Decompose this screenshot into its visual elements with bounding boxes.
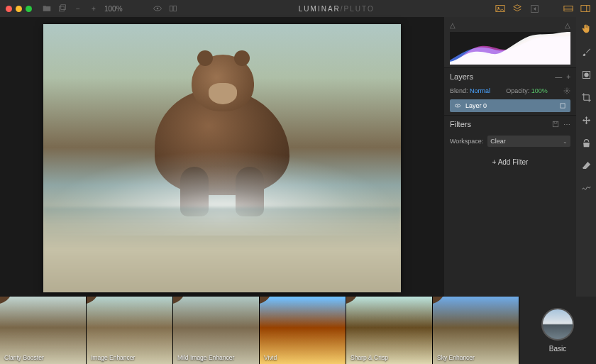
layer-name: Layer 0 bbox=[465, 102, 487, 109]
workspace-label: Workspace: bbox=[450, 138, 483, 145]
workspace-select[interactable]: Clear ⌄ bbox=[487, 136, 570, 147]
preset-category-selector[interactable]: Basic bbox=[519, 297, 596, 364]
blend-label: Blend: bbox=[450, 87, 468, 94]
app-title-sub: /PLUTO bbox=[341, 5, 375, 13]
sidepanel-toggle-icon[interactable] bbox=[580, 4, 590, 13]
compare-icon[interactable] bbox=[168, 4, 178, 13]
close-window-button[interactable] bbox=[6, 6, 12, 12]
crop-tool-icon[interactable] bbox=[580, 91, 592, 104]
main-body: △ △ Layers bbox=[0, 17, 596, 297]
histogram-clip-highlights[interactable]: △ bbox=[565, 21, 570, 29]
opacity-value[interactable]: 100% bbox=[531, 87, 548, 94]
opacity-label: Opacity: bbox=[506, 87, 529, 94]
blend-value[interactable]: Normal bbox=[470, 87, 490, 94]
preset-thumb-1[interactable]: Image Enhancer bbox=[87, 297, 173, 364]
workspace-value: Clear bbox=[490, 138, 506, 145]
zoom-in-icon[interactable]: + bbox=[89, 4, 99, 13]
filmstrip-toggle-icon[interactable] bbox=[563, 4, 573, 13]
mask-tool-icon[interactable] bbox=[580, 68, 592, 81]
preset-label: Vivid bbox=[264, 354, 277, 361]
svg-point-3 bbox=[156, 8, 158, 10]
add-filter-button[interactable]: Add Filter bbox=[450, 155, 570, 169]
layers-collapse-icon[interactable]: — bbox=[555, 73, 562, 81]
preset-thumb-0[interactable]: Clarity Booster bbox=[0, 297, 87, 364]
top-toolbar: − + 100% LUMINAR/PLUTO bbox=[0, 0, 596, 17]
svg-point-15 bbox=[457, 105, 458, 106]
svg-rect-16 bbox=[561, 104, 565, 108]
preset-thumb-4[interactable]: Sharp & Crisp bbox=[346, 297, 433, 364]
filters-title: Filters bbox=[450, 120, 471, 128]
layers-tab-icon[interactable] bbox=[512, 4, 522, 13]
preset-label: Sky Enhancer bbox=[437, 354, 475, 361]
app-title: LUMINAR/PLUTO bbox=[184, 5, 490, 13]
preset-label: Mild Image Enhancer bbox=[177, 354, 234, 361]
histogram-clip-shadows[interactable]: △ bbox=[450, 21, 456, 29]
layer-item-0[interactable]: Layer 0 bbox=[450, 99, 570, 112]
preset-label: Sharp & Crisp bbox=[351, 354, 388, 361]
histogram-graph[interactable] bbox=[450, 32, 570, 65]
svg-rect-4 bbox=[170, 6, 172, 11]
layer-visibility-icon[interactable] bbox=[454, 102, 461, 109]
svg-rect-1 bbox=[61, 5, 66, 10]
duplicate-icon[interactable] bbox=[57, 4, 67, 13]
clone-tool-icon[interactable] bbox=[580, 136, 592, 149]
preset-thumb-3[interactable]: Vivid bbox=[260, 297, 346, 364]
side-panel: △ △ Layers bbox=[444, 17, 576, 297]
minimize-window-button[interactable] bbox=[16, 6, 22, 12]
zoom-out-icon[interactable]: − bbox=[73, 4, 83, 13]
tool-strip bbox=[576, 17, 596, 297]
canvas-area[interactable] bbox=[0, 17, 444, 297]
brush-tool-icon[interactable] bbox=[580, 45, 592, 58]
image-canvas[interactable] bbox=[43, 24, 401, 292]
maximize-window-button[interactable] bbox=[26, 6, 32, 12]
image-tab-icon[interactable] bbox=[495, 4, 505, 13]
denoise-tool-icon[interactable] bbox=[580, 182, 592, 194]
layers-panel: Layers — + Blend: Normal Opacity: 100% bbox=[444, 67, 576, 115]
layer-settings-icon[interactable] bbox=[563, 87, 570, 94]
app-window: − + 100% LUMINAR/PLUTO bbox=[0, 0, 596, 364]
right-column: △ △ Layers bbox=[444, 17, 596, 297]
window-controls bbox=[6, 6, 32, 12]
app-title-main: LUMINAR bbox=[299, 5, 341, 13]
svg-rect-17 bbox=[553, 121, 558, 127]
svg-rect-0 bbox=[60, 6, 65, 11]
open-file-icon[interactable] bbox=[42, 4, 52, 13]
svg-point-19 bbox=[584, 72, 588, 77]
zoom-level[interactable]: 100% bbox=[104, 5, 123, 13]
layer-expand-icon[interactable] bbox=[559, 102, 566, 109]
histogram-panel: △ △ bbox=[444, 17, 576, 67]
svg-rect-11 bbox=[581, 6, 590, 12]
preset-label: Image Enhancer bbox=[91, 354, 135, 361]
export-icon[interactable] bbox=[529, 4, 539, 13]
image-foreground bbox=[43, 207, 401, 292]
filters-menu-icon[interactable]: ⋯ bbox=[563, 121, 570, 128]
preview-icon[interactable] bbox=[153, 4, 162, 13]
preset-category-label: Basic bbox=[549, 345, 566, 353]
transform-tool-icon[interactable] bbox=[580, 114, 592, 126]
erase-tool-icon[interactable] bbox=[580, 159, 592, 172]
filters-panel: Filters ⋯ Workspace: Clear ⌄ bbox=[444, 115, 576, 175]
preset-thumb-2[interactable]: Mild Image Enhancer bbox=[173, 297, 260, 364]
chevron-down-icon: ⌄ bbox=[563, 138, 568, 145]
preset-filmstrip: Clarity Booster Image Enhancer Mild Imag… bbox=[0, 297, 596, 364]
preset-thumb-5[interactable]: Sky Enhancer bbox=[433, 297, 519, 364]
add-layer-icon[interactable]: + bbox=[566, 73, 570, 81]
svg-rect-9 bbox=[564, 6, 573, 11]
save-workspace-icon[interactable] bbox=[552, 121, 559, 128]
svg-rect-5 bbox=[173, 6, 176, 11]
preset-label: Clarity Booster bbox=[4, 354, 44, 361]
preset-category-icon bbox=[541, 308, 574, 341]
layers-title: Layers bbox=[450, 72, 473, 81]
svg-point-13 bbox=[566, 90, 568, 92]
hand-tool-icon[interactable] bbox=[580, 23, 592, 35]
